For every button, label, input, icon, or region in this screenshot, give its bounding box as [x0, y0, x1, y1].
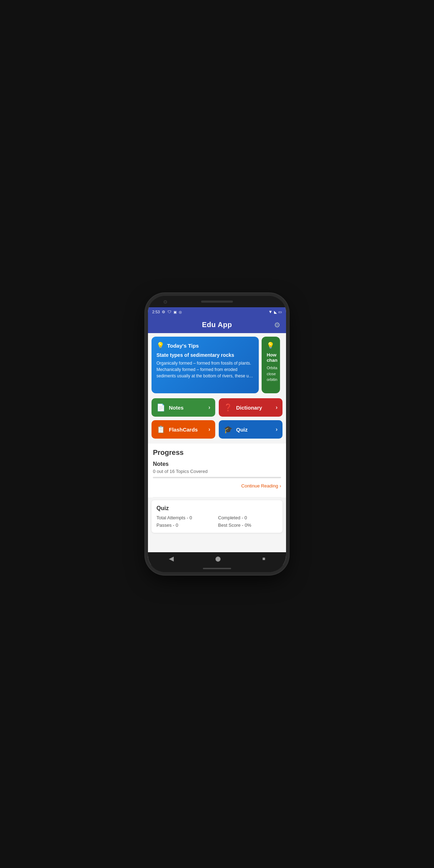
- scroll-content[interactable]: 💡 Today's Tips State types of sedimentar…: [148, 333, 286, 552]
- bottom-indicator: [203, 568, 231, 569]
- dictionary-button-left: ❓ Dictionary: [224, 403, 262, 412]
- status-gear-icon: ⚙: [162, 310, 165, 314]
- recents-button[interactable]: ■: [258, 554, 269, 563]
- quiz-button[interactable]: 🎓 Quiz ›: [219, 420, 282, 439]
- tip-bulb-icon: 💡: [156, 342, 164, 349]
- notes-icon: 📄: [156, 403, 165, 412]
- flashcards-button-left: 📋 FlashCards: [156, 425, 198, 434]
- notes-arrow-icon: ›: [209, 404, 210, 411]
- progress-bar-fill: [153, 477, 159, 478]
- notes-button[interactable]: 📄 Notes ›: [152, 398, 215, 417]
- status-left: 2:53 ⚙ 🛡 ▣ ◎: [152, 310, 182, 314]
- quiz-arrow-icon: ›: [276, 426, 278, 433]
- progress-title: Progress: [153, 449, 281, 457]
- settings-icon[interactable]: ⚙: [274, 321, 280, 329]
- dictionary-button[interactable]: ❓ Dictionary ›: [219, 398, 282, 417]
- status-bar: 2:53 ⚙ 🛡 ▣ ◎ ▼ ◣ ▭: [148, 307, 286, 316]
- status-time: 2:53: [152, 310, 160, 314]
- phone-frame: 2:53 ⚙ 🛡 ▣ ◎ ▼ ◣ ▭ Edu App ⚙: [148, 296, 286, 572]
- status-circle-icon: ◎: [179, 310, 182, 314]
- quiz-stat-attempts: Total Attempts - 0: [156, 515, 216, 520]
- progress-bar-bg: [153, 477, 281, 478]
- quiz-stat-completed: Completed - 0: [218, 515, 278, 520]
- notes-label: Notes: [169, 405, 184, 411]
- tip-card-main[interactable]: 💡 Today's Tips State types of sedimentar…: [152, 337, 259, 393]
- quiz-label: Quiz: [236, 427, 248, 433]
- tip-header: 💡 Today's Tips: [156, 342, 254, 349]
- bottom-nav: ◀ ⬤ ■: [148, 552, 286, 565]
- status-right: ▼ ◣ ▭: [268, 309, 282, 314]
- tip-body: Organically formed – formed from fossils…: [156, 360, 254, 379]
- tip-secondary-bulb-icon: 💡: [267, 342, 274, 349]
- quiz-stat-score: Best Score - 0%: [218, 522, 278, 528]
- app-title: Edu App: [202, 321, 232, 329]
- camera-dot: [164, 300, 167, 304]
- phone-top-bar: [148, 296, 286, 307]
- continue-reading-button[interactable]: Continue Reading ›: [153, 481, 281, 493]
- back-button[interactable]: ◀: [165, 553, 178, 564]
- home-button[interactable]: ⬤: [211, 554, 225, 563]
- quiz-button-left: 🎓 Quiz: [224, 425, 248, 434]
- status-clipboard-icon: ▣: [173, 310, 177, 314]
- quiz-icon: 🎓: [224, 425, 233, 434]
- flashcards-label: FlashCards: [169, 427, 198, 433]
- notes-button-left: 📄 Notes: [156, 403, 184, 412]
- phone-screen: 2:53 ⚙ 🛡 ▣ ◎ ▼ ◣ ▭ Edu App ⚙: [148, 307, 286, 565]
- progress-section: Progress Notes 0 out of 16 Topics Covere…: [148, 444, 286, 497]
- flashcards-icon: 📋: [156, 425, 165, 434]
- flashcards-arrow-icon: ›: [209, 426, 210, 433]
- menu-grid: 📄 Notes › ❓ Dictionary › 📋 FlashCard: [148, 397, 286, 442]
- tip-secondary-title: How chan: [267, 352, 275, 363]
- dictionary-icon: ❓: [224, 403, 233, 412]
- quiz-stat-passes: Passes - 0: [156, 522, 216, 528]
- battery-icon: ▭: [278, 310, 282, 314]
- dictionary-label: Dictionary: [236, 405, 262, 411]
- notes-progress-subtitle: 0 out of 16 Topics Covered: [153, 469, 281, 474]
- speaker: [201, 301, 233, 303]
- tip-title: State types of sedimentary rocks: [156, 352, 254, 358]
- continue-reading-label: Continue Reading: [241, 483, 278, 489]
- quiz-stats-grid: Total Attempts - 0 Completed - 0 Passes …: [156, 515, 278, 528]
- status-shield-icon: 🛡: [167, 310, 171, 314]
- tip-secondary-header: 💡: [267, 342, 275, 349]
- signal-icon: ◣: [274, 310, 277, 314]
- notes-progress-item: Notes 0 out of 16 Topics Covered Continu…: [153, 461, 281, 497]
- quiz-card-title: Quiz: [156, 505, 278, 512]
- tip-card-secondary[interactable]: 💡 How chan Orbita close orbitin: [262, 337, 280, 393]
- notes-progress-title: Notes: [153, 461, 281, 467]
- wifi-icon: ▼: [268, 309, 273, 314]
- continue-reading-arrow-icon: ›: [280, 483, 281, 489]
- tip-label: Today's Tips: [167, 343, 199, 349]
- dictionary-arrow-icon: ›: [276, 404, 278, 411]
- phone-bottom-bar: [148, 565, 286, 572]
- quiz-card: Quiz Total Attempts - 0 Completed - 0 Pa…: [152, 500, 282, 533]
- tip-secondary-body: Orbita close orbitin: [267, 365, 275, 383]
- tips-carousel: 💡 Today's Tips State types of sedimentar…: [148, 333, 286, 397]
- app-header: Edu App ⚙: [148, 316, 286, 333]
- flashcards-button[interactable]: 📋 FlashCards ›: [152, 420, 215, 439]
